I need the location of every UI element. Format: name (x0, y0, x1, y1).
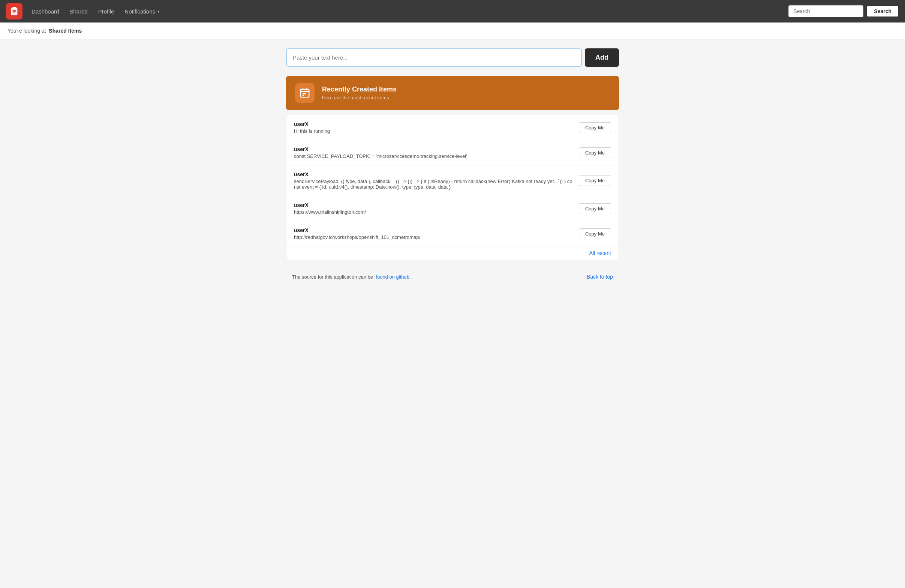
copy-button[interactable]: Copy Me (579, 122, 611, 133)
item-text: http://redhatgov.io/workshops/openshift_… (294, 234, 573, 240)
nav-profile[interactable]: Profile (98, 8, 114, 14)
recent-banner-icon (295, 83, 314, 103)
main-content: Add Recently Created Items Here are the … (280, 48, 625, 289)
navbar: Dashboard Shared Profile Notifications ▾… (0, 0, 905, 22)
svg-rect-13 (303, 95, 304, 96)
back-to-top-link[interactable]: Back to top (587, 274, 613, 280)
nav-dashboard[interactable]: Dashboard (32, 8, 59, 14)
footer-github-link[interactable]: found on github (376, 274, 410, 280)
item-content: userX const SERVICE_PAYLOAD_TOPIC = 'mic… (294, 146, 573, 159)
item-user: userX (294, 172, 573, 177)
item-user: userX (294, 121, 573, 127)
items-list: userX Hi this is running Copy Me userX c… (286, 115, 619, 246)
all-recent-row: All recent (286, 246, 619, 260)
svg-rect-12 (305, 93, 306, 94)
app-logo[interactable] (6, 3, 22, 19)
paste-row: Add (286, 48, 619, 67)
svg-rect-3 (13, 7, 16, 8)
item-text: sendServicePayload: ({ type, data }, cal… (294, 178, 573, 190)
recent-banner-subtitle: Here are the most recent items (322, 95, 397, 100)
nav-links: Dashboard Shared Profile Notifications ▾ (32, 8, 788, 14)
item-text: Hi this is running (294, 128, 573, 134)
list-item: userX const SERVICE_PAYLOAD_TOPIC = 'mic… (286, 140, 619, 165)
footer-right: Back to top (587, 274, 613, 280)
chevron-down-icon: ▾ (157, 10, 159, 13)
calendar-icon (299, 87, 310, 99)
item-text: const SERVICE_PAYLOAD_TOPIC = 'microserv… (294, 153, 573, 159)
item-content: userX https://www.thaiinshirlington.com/ (294, 202, 573, 215)
footer-text-before: The source for this application can be (292, 274, 373, 280)
recent-banner-text: Recently Created Items Here are the most… (322, 86, 397, 100)
recent-banner: Recently Created Items Here are the most… (286, 76, 619, 110)
search-button[interactable]: Search (866, 5, 899, 17)
copy-button[interactable]: Copy Me (579, 147, 611, 158)
breadcrumb: You're looking at Shared Items (0, 22, 905, 40)
footer-left: The source for this application can be f… (292, 274, 411, 280)
item-text: https://www.thaiinshirlington.com/ (294, 209, 573, 215)
list-item: userX https://www.thaiinshirlington.com/… (286, 196, 619, 221)
footer-text-after: . (410, 274, 411, 280)
nav-shared[interactable]: Shared (69, 8, 87, 14)
add-button[interactable]: Add (585, 48, 619, 67)
search-input[interactable] (788, 5, 864, 17)
item-content: userX http://redhatgov.io/workshops/open… (294, 227, 573, 240)
breadcrumb-prefix: You're looking at (8, 28, 46, 34)
copy-button[interactable]: Copy Me (579, 175, 611, 186)
list-item: userX Hi this is running Copy Me (286, 115, 619, 140)
navbar-search-area: Search (788, 5, 899, 17)
all-recent-link[interactable]: All recent (589, 250, 611, 256)
item-content: userX Hi this is running (294, 121, 573, 134)
item-content: userX sendServicePayload: ({ type, data … (294, 172, 573, 190)
copy-button[interactable]: Copy Me (579, 203, 611, 214)
item-user: userX (294, 227, 573, 233)
svg-rect-11 (303, 93, 304, 94)
breadcrumb-current: Shared Items (49, 28, 82, 34)
copy-button[interactable]: Copy Me (579, 228, 611, 239)
list-item: userX sendServicePayload: ({ type, data … (286, 165, 619, 196)
footer: The source for this application can be f… (286, 268, 619, 289)
clipboard-icon (10, 6, 19, 16)
list-item: userX http://redhatgov.io/workshops/open… (286, 221, 619, 246)
nav-notifications[interactable]: Notifications ▾ (124, 8, 159, 14)
item-user: userX (294, 146, 573, 152)
paste-input[interactable] (286, 48, 582, 67)
item-user: userX (294, 202, 573, 208)
recent-banner-title: Recently Created Items (322, 86, 397, 94)
